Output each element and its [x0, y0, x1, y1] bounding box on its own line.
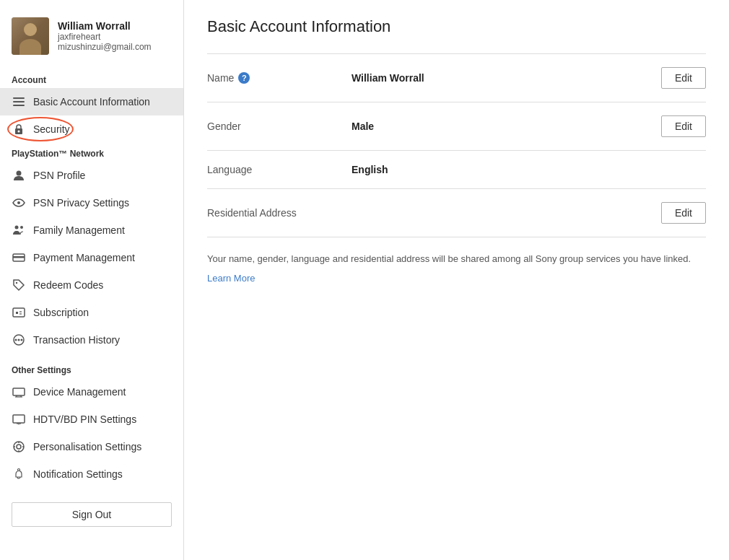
history-icon — [12, 333, 26, 347]
svg-point-14 — [15, 339, 17, 341]
sidebar-item-personalisation[interactable]: Personalisation Settings — [0, 433, 183, 460]
person-icon — [12, 168, 26, 183]
user-email: mizushinzui@gmail.com — [58, 42, 152, 52]
address-edit-button[interactable]: Edit — [661, 202, 706, 224]
svg-point-20 — [14, 442, 24, 452]
svg-rect-18 — [13, 415, 25, 423]
sidebar-item-personalisation-label: Personalisation Settings — [33, 441, 141, 452]
sidebar-item-hdtv-label: HDTV/BD PIN Settings — [33, 414, 136, 425]
svg-point-24 — [14, 446, 15, 447]
svg-rect-12 — [13, 308, 25, 317]
svg-rect-2 — [13, 105, 25, 106]
name-edit-button[interactable]: Edit — [661, 67, 706, 89]
sidebar-item-basic-account[interactable]: Basic Account Information — [0, 88, 183, 115]
sidebar-item-payment[interactable]: Payment Management — [0, 244, 183, 271]
lock-icon — [12, 122, 26, 136]
user-info: William Worrall jaxfireheart mizushinzui… — [58, 20, 152, 52]
svg-point-23 — [18, 450, 19, 452]
eye-icon — [12, 196, 26, 210]
family-icon — [12, 223, 26, 237]
sidebar-item-transaction-label: Transaction History — [33, 334, 120, 346]
name-row: Name ? William Worrall Edit — [207, 53, 706, 102]
learn-more-link[interactable]: Learn More — [207, 273, 255, 284]
sidebar-item-basic-account-label: Basic Account Information — [33, 96, 150, 108]
user-profile: William Worrall jaxfireheart mizushinzui… — [0, 12, 183, 69]
tv-icon — [12, 412, 26, 426]
sidebar-item-device[interactable]: Device Management — [0, 378, 183, 406]
account-section-label: Account — [0, 69, 183, 88]
psn-section-label: PlayStation™ Network — [0, 143, 183, 162]
sidebar-item-psn-privacy-label: PSN Privacy Settings — [33, 197, 129, 209]
sidebar-item-redeem[interactable]: Redeem Codes — [0, 271, 183, 299]
device-icon — [12, 385, 26, 399]
address-row: Residential Address Edit — [207, 189, 706, 237]
credit-card-icon — [12, 250, 26, 265]
sidebar-item-payment-label: Payment Management — [33, 252, 135, 263]
svg-rect-1 — [13, 101, 25, 102]
list-icon — [12, 95, 26, 109]
bell-icon — [12, 467, 26, 481]
language-row: Language English — [207, 151, 706, 189]
svg-point-8 — [20, 226, 23, 229]
name-value: William Worrall — [352, 72, 661, 84]
sign-out-button[interactable]: Sign Out — [12, 502, 172, 527]
other-section-label: Other Settings — [0, 359, 183, 378]
svg-point-16 — [21, 339, 23, 341]
gender-label: Gender — [207, 121, 352, 132]
tag-icon — [12, 278, 26, 292]
sidebar-item-subscription[interactable]: Subscription — [0, 299, 183, 326]
name-label: Name ? — [207, 72, 352, 84]
sidebar-item-psn-privacy[interactable]: PSN Privacy Settings — [0, 189, 183, 216]
svg-point-21 — [17, 445, 21, 449]
sidebar-item-family-management[interactable]: Family Management — [0, 216, 183, 244]
sidebar: William Worrall jaxfireheart mizushinzui… — [0, 0, 184, 560]
gender-value: Male — [352, 121, 661, 132]
name-help-icon[interactable]: ? — [238, 72, 250, 84]
svg-point-5 — [17, 171, 22, 176]
gender-row: Gender Male Edit — [207, 102, 706, 151]
gender-edit-button[interactable]: Edit — [661, 115, 706, 137]
sidebar-item-subscription-label: Subscription — [33, 307, 89, 318]
sidebar-item-notification-label: Notification Settings — [33, 468, 123, 480]
page-title: Basic Account Information — [207, 17, 706, 36]
svg-point-7 — [15, 226, 19, 229]
subscription-icon — [12, 305, 26, 320]
svg-rect-10 — [13, 256, 25, 258]
user-handle: jaxfireheart — [58, 32, 152, 42]
sidebar-item-notification[interactable]: Notification Settings — [0, 460, 183, 488]
svg-point-22 — [18, 442, 19, 443]
svg-rect-0 — [13, 97, 25, 99]
svg-point-25 — [22, 446, 24, 447]
sidebar-item-transaction[interactable]: Transaction History — [0, 326, 183, 354]
language-label: Language — [207, 164, 352, 175]
user-name: William Worrall — [58, 20, 152, 32]
svg-point-11 — [16, 282, 17, 284]
sidebar-item-psn-profile[interactable]: PSN Profile — [0, 162, 183, 189]
sidebar-item-redeem-label: Redeem Codes — [33, 279, 103, 291]
sidebar-item-security-label: Security — [33, 123, 70, 135]
sidebar-item-device-label: Device Management — [33, 386, 126, 398]
sidebar-item-family-label: Family Management — [33, 224, 125, 236]
sidebar-item-security[interactable]: Security — [0, 115, 183, 143]
sidebar-item-psn-profile-label: PSN Profile — [33, 170, 85, 181]
svg-point-15 — [18, 339, 20, 341]
info-note: Your name, gender, language and resident… — [207, 237, 706, 272]
svg-point-6 — [17, 201, 20, 204]
avatar — [12, 17, 49, 55]
language-value: English — [352, 164, 706, 175]
svg-point-4 — [18, 131, 20, 133]
svg-rect-17 — [13, 388, 25, 395]
settings-icon — [12, 439, 26, 454]
main-content: Basic Account Information Name ? William… — [184, 0, 729, 560]
sidebar-item-hdtv[interactable]: HDTV/BD PIN Settings — [0, 406, 183, 433]
address-label: Residential Address — [207, 207, 352, 219]
svg-rect-19 — [17, 423, 21, 424]
